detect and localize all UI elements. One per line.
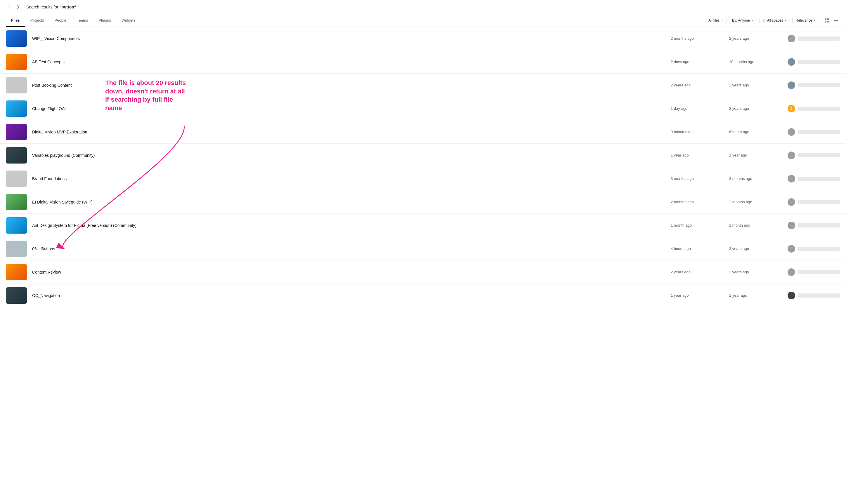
list-view-button[interactable] (832, 16, 840, 24)
file-row[interactable]: AB Test Concepts 2 days ago 10 months ag… (0, 50, 846, 74)
caret-icon: ▼ (721, 19, 723, 22)
avatar (788, 35, 795, 42)
file-thumbnail (6, 30, 27, 47)
file-meta: J (788, 105, 840, 112)
file-created: 2 years ago (729, 270, 788, 274)
file-created: 3 months ago (729, 176, 788, 181)
top-nav: Search results for "button" (0, 0, 846, 14)
file-meta (788, 245, 840, 253)
file-name: Variables playground (Community) (32, 153, 671, 158)
avatar (788, 292, 795, 299)
file-row[interactable]: Variables playground (Community) 1 year … (0, 144, 846, 167)
file-created: 6 hours ago (729, 130, 788, 134)
caret-icon: ▼ (751, 19, 754, 22)
file-name: Ant Design System for Figma (Free versio… (32, 223, 671, 228)
file-thumbnail (6, 101, 27, 117)
avatar-placeholder (797, 247, 840, 251)
file-name: Brand Foundations (32, 176, 671, 181)
tab-teams[interactable]: Teams (72, 14, 93, 27)
file-created: 2 years ago (729, 83, 788, 87)
avatar-placeholder (797, 60, 840, 64)
avatar (788, 151, 795, 159)
file-created: 1 year ago (729, 153, 788, 157)
svg-rect-4 (834, 19, 838, 19)
svg-rect-5 (834, 20, 838, 21)
file-name: Change Flight OAL (32, 106, 671, 111)
file-updated: 2 years ago (671, 83, 729, 87)
file-thumbnail (6, 124, 27, 140)
file-thumbnail (6, 264, 27, 280)
file-created: 3 years ago (729, 247, 788, 251)
avatar-placeholder (797, 200, 840, 204)
file-updated: 1 year ago (671, 153, 729, 157)
back-button[interactable] (6, 3, 13, 11)
file-thumbnail (6, 217, 27, 234)
file-row[interactable]: OC_Navigation 1 year ago 1 year ago (0, 284, 846, 307)
file-created: 1 month ago (729, 223, 788, 228)
file-row[interactable]: Content Review 2 years ago 2 years ago (0, 260, 846, 284)
tab-people[interactable]: People (49, 14, 72, 27)
file-meta (788, 292, 840, 299)
search-query: "button" (59, 5, 76, 10)
file-updated: 2 days ago (671, 59, 729, 64)
avatar-placeholder (797, 270, 840, 274)
svg-rect-6 (834, 22, 838, 22)
file-updated: 1 month ago (671, 223, 729, 228)
file-row[interactable]: WIP__Vision Components 2 months ago 2 ye… (0, 27, 846, 50)
nav-arrows (6, 3, 22, 11)
file-updated: 1 year ago (671, 293, 729, 298)
file-row[interactable]: Ant Design System for Figma (Free versio… (0, 214, 846, 237)
file-name: AB Test Concepts (32, 59, 671, 64)
file-meta (788, 175, 840, 182)
svg-rect-2 (825, 21, 826, 22)
file-thumbnail (6, 54, 27, 70)
avatar (788, 128, 795, 136)
file-name: 06__Buttons (32, 247, 671, 251)
tab-files[interactable]: Files (6, 14, 25, 27)
avatar-placeholder (797, 107, 840, 111)
file-thumbnail (6, 147, 27, 163)
avatar-placeholder (797, 130, 840, 134)
in-all-spaces-filter[interactable]: In: All spaces ▼ (759, 17, 790, 24)
file-row[interactable]: Digital Vision MVP Exploration 9 minutes… (0, 120, 846, 144)
file-updated: 2 months ago (671, 200, 729, 204)
file-row[interactable]: Brand Foundations 3 months ago 3 months … (0, 167, 846, 191)
file-updated: 2 years ago (671, 270, 729, 274)
file-row[interactable]: Change Flight OAL 1 day ago 2 years ago … (0, 97, 846, 120)
file-meta (788, 82, 840, 89)
forward-button[interactable] (15, 3, 22, 11)
file-name: Digital Vision MVP Exploration (32, 130, 671, 134)
file-thumbnail (6, 77, 27, 93)
caret-icon: ▼ (784, 19, 787, 22)
svg-rect-0 (825, 18, 826, 20)
avatar (788, 58, 795, 66)
file-meta (788, 128, 840, 136)
file-updated: 3 months ago (671, 176, 729, 181)
file-created: 2 years ago (729, 106, 788, 111)
avatar-placeholder (797, 36, 840, 41)
all-files-filter[interactable]: All files ▼ (705, 17, 726, 24)
file-created: 2 years ago (729, 36, 788, 41)
file-meta (788, 198, 840, 206)
file-meta (788, 222, 840, 229)
file-thumbnail (6, 287, 27, 304)
tab-widgets[interactable]: Widgets (116, 14, 141, 27)
file-thumbnail (6, 240, 27, 257)
file-updated: 1 day ago (671, 106, 729, 111)
file-updated: 2 months ago (671, 36, 729, 41)
file-row[interactable]: Post Booking Content 2 years ago 2 years… (0, 74, 846, 97)
avatar (788, 175, 795, 182)
file-row[interactable]: EI Digital Vision Styleguide (WIP) 2 mon… (0, 191, 846, 214)
filter-bar: All files ▼ By: Anyone ▼ In: All spaces … (705, 16, 840, 24)
tab-projects[interactable]: Projects (25, 14, 49, 27)
file-name: OC_Navigation (32, 293, 671, 298)
grid-view-button[interactable] (823, 16, 831, 24)
relevance-filter[interactable]: Relevance ▼ (792, 17, 819, 24)
file-name: WIP__Vision Components (32, 36, 671, 41)
tab-plugins[interactable]: Plugins (93, 14, 116, 27)
by-anyone-filter[interactable]: By: Anyone ▼ (729, 17, 757, 24)
file-row[interactable]: 06__Buttons 4 hours ago 3 years ago (0, 237, 846, 260)
file-name: EI Digital Vision Styleguide (WIP) (32, 200, 671, 204)
file-meta (788, 35, 840, 42)
file-updated: 9 minutes ago (671, 130, 729, 134)
